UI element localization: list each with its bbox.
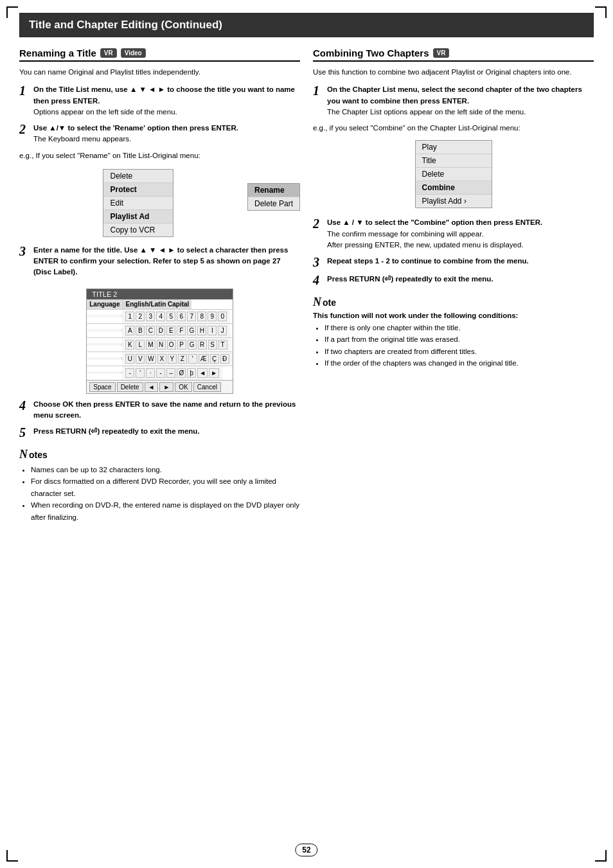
key-dash[interactable]: - <box>125 368 134 378</box>
key-H[interactable]: H <box>197 326 206 335</box>
key-0[interactable]: 0 <box>218 312 227 321</box>
key-A[interactable]: A <box>125 326 134 335</box>
keyboard-charset-header: English/Latin Capital <box>123 299 192 309</box>
key-1[interactable]: 1 <box>125 312 134 321</box>
step-2-text: Use ▲/▼ to select the 'Rename' option th… <box>33 124 238 132</box>
key-em[interactable]: – <box>166 368 175 378</box>
key-W[interactable]: W <box>146 354 155 364</box>
keyboard-row-5: -'·-–Øþ◄► <box>87 366 232 380</box>
key-ae[interactable]: Æ <box>199 354 209 364</box>
menu-item-delete: Delete <box>103 170 173 183</box>
key-sq[interactable]: ' <box>136 368 145 378</box>
btn-next[interactable]: ► <box>159 382 173 392</box>
key-R[interactable]: R <box>198 340 207 350</box>
key-2[interactable]: 2 <box>136 312 145 321</box>
key-O[interactable]: O <box>167 340 176 350</box>
right-step-1-num: 1 <box>313 84 323 97</box>
key-U[interactable]: U <box>125 354 134 364</box>
right-step-4-text: Press RETURN (⏎) repeatedly to exit the … <box>327 275 493 283</box>
key-K[interactable]: K <box>125 340 134 350</box>
note-title: N ote <box>313 296 594 309</box>
right-step-2-sub1: The confirm message for combining will a… <box>327 230 484 238</box>
key-dot[interactable]: · <box>146 368 155 378</box>
key-3[interactable]: 3 <box>146 312 155 321</box>
key-C[interactable]: C <box>146 326 155 335</box>
key-apos[interactable]: ' <box>188 354 197 364</box>
menu-with-submenu: Delete Protect Edit Playlist Ad Copy to … <box>32 165 300 241</box>
key-T[interactable]: T <box>218 340 227 350</box>
keyboard-header-row: Language English/Latin Capital <box>87 299 232 310</box>
right-step-3-content: Repeat steps 1 - 2 to continue to combin… <box>327 256 594 267</box>
right-intro: Use this function to combine two adjacen… <box>313 67 594 78</box>
key-5[interactable]: 5 <box>166 312 175 321</box>
key-B[interactable]: B <box>136 326 145 335</box>
note-item-3: When recording on DVD-R, the entered nam… <box>31 499 300 523</box>
key-I[interactable]: I <box>208 326 217 335</box>
key-left[interactable]: ◄ <box>197 368 208 378</box>
sub-menu-box: Rename Delete Part <box>247 183 300 211</box>
step-2: 2 Use ▲/▼ to select the 'Rename' option … <box>19 123 300 145</box>
btn-delete[interactable]: Delete <box>117 382 143 392</box>
key-G[interactable]: G <box>187 326 196 335</box>
keyboard-row-5-chars: -'·-–Øþ◄► <box>122 366 222 380</box>
note-cond-3: If two chapters are created from differe… <box>324 346 594 357</box>
note-item-2: For discs formatted on a different DVD R… <box>31 475 300 499</box>
notes-box: N otes Names can be up to 32 characters … <box>19 448 300 523</box>
key-F[interactable]: F <box>177 326 186 335</box>
btn-ok[interactable]: OK <box>175 382 191 392</box>
step-4-content: Choose OK then press ENTER to save the n… <box>33 399 300 421</box>
btn-cancel[interactable]: Cancel <box>193 382 221 392</box>
step-1-text: On the Title List menu, use ▲ ▼ ◄ ► to c… <box>33 85 295 104</box>
step-3-num: 3 <box>19 245 30 258</box>
key-eth[interactable]: Ð <box>220 354 229 364</box>
keyboard-lang-header: Language <box>87 299 123 309</box>
key-Z[interactable]: Z <box>178 354 187 364</box>
left-intro: You can name Original and Playlist title… <box>19 67 300 78</box>
key-E[interactable]: E <box>166 326 175 335</box>
key-S[interactable]: S <box>208 340 217 350</box>
key-cc[interactable]: Ç <box>210 354 219 364</box>
key-right[interactable]: ► <box>209 368 219 378</box>
note-cond-1: If there is only one chapter within the … <box>324 322 594 333</box>
left-section-title: Renaming a Title VR Video <box>19 48 300 62</box>
key-X[interactable]: X <box>157 354 166 364</box>
keyboard-row-1: 1234567890 <box>87 310 232 324</box>
key-oslash[interactable]: Ø <box>177 368 186 378</box>
step-5-text: Press RETURN (⏎) repeatedly to exit the … <box>33 427 200 435</box>
key-D[interactable]: D <box>156 326 165 335</box>
key-G2[interactable]: G <box>188 340 197 350</box>
key-L[interactable]: L <box>136 340 145 350</box>
note-item-1: Names can be up to 32 characters long. <box>31 464 300 475</box>
keyboard-row-4: UVWXYZ'ÆÇÐ <box>87 352 232 366</box>
step-1: 1 On the Title List menu, use ▲ ▼ ◄ ► to… <box>19 84 300 118</box>
corner-mark-tl <box>6 6 18 18</box>
keyboard-diagram: TITLE 2 Language English/Latin Capital 1… <box>86 288 233 394</box>
step-5: 5 Press RETURN (⏎) repeatedly to exit th… <box>19 426 300 439</box>
notes-title: N otes <box>19 448 300 461</box>
note-n-letter: N <box>313 296 321 309</box>
note-cond-2: If a part from the original title was er… <box>324 333 594 345</box>
btn-prev[interactable]: ◄ <box>145 382 159 392</box>
corner-mark-br <box>595 850 607 862</box>
key-M[interactable]: M <box>146 340 155 350</box>
key-V[interactable]: V <box>136 354 145 364</box>
key-P[interactable]: P <box>177 340 186 350</box>
key-6[interactable]: 6 <box>177 312 186 321</box>
key-7[interactable]: 7 <box>187 312 196 321</box>
key-thorn[interactable]: þ <box>187 368 196 378</box>
key-Y[interactable]: Y <box>168 354 177 364</box>
key-N[interactable]: N <box>157 340 166 350</box>
right-step-1-content: On the Chapter List menu, select the sec… <box>327 84 594 118</box>
right-menu-container: Play Title Delete Combine Playlist Add <box>313 136 594 212</box>
menu-item-protect: Protect <box>103 183 173 197</box>
key-9[interactable]: 9 <box>208 312 217 321</box>
left-column: Renaming a Title VR Video You can name O… <box>19 48 300 523</box>
vr-badge: VR <box>100 48 117 58</box>
right-step-2: 2 Use ▲ / ▼ to select the "Combine" opti… <box>313 217 594 251</box>
key-4[interactable]: 4 <box>156 312 165 321</box>
key-J[interactable]: J <box>218 326 227 335</box>
key-8[interactable]: 8 <box>197 312 206 321</box>
notes-label: otes <box>29 450 48 460</box>
btn-space[interactable]: Space <box>89 382 115 392</box>
key-dash2[interactable]: - <box>156 368 165 378</box>
